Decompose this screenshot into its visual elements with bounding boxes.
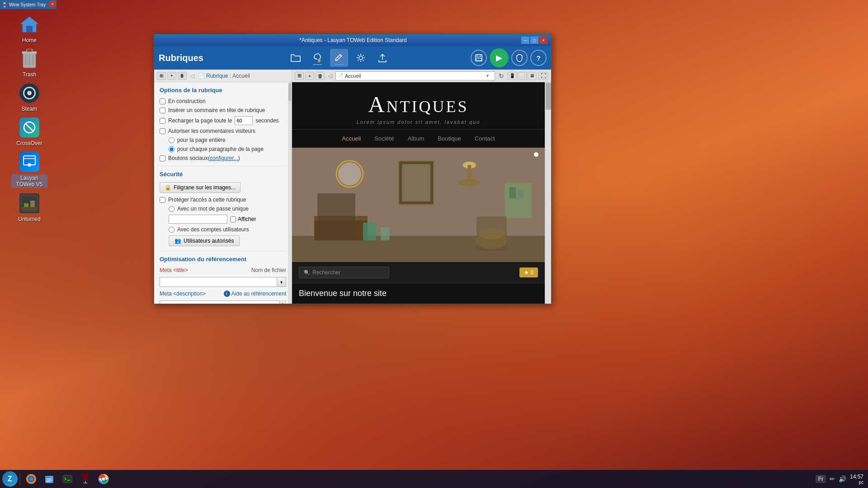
site-nav-societe[interactable]: Société	[374, 135, 394, 142]
nav-delete-icon[interactable]: 🗑	[178, 72, 187, 80]
site-search-box[interactable]: 🔍 Rechercher	[299, 267, 389, 278]
filigrane-button[interactable]: 🔒 Filigrane sur les images...	[160, 182, 241, 193]
preview-new-icon[interactable]: +	[305, 72, 314, 80]
desktop-icon-home[interactable]: Home	[11, 14, 47, 43]
taskbar-files-button[interactable]	[41, 471, 58, 487]
seo-meta-desc-row: Meta <description> i Aide au référenceme…	[160, 291, 286, 297]
steam-icon	[19, 83, 39, 103]
save-button[interactable]	[471, 50, 487, 66]
toweb-icon-img	[19, 151, 40, 173]
svg-point-35	[476, 231, 507, 249]
desktop-icon-toweb[interactable]: Lauyan TOWeb V5	[11, 151, 47, 188]
users-icon: 👥	[175, 238, 181, 244]
commentaires-checkbox[interactable]	[160, 128, 165, 134]
nav-grid-icon[interactable]: ⊞	[157, 72, 166, 80]
comptes-radio[interactable]	[169, 227, 175, 233]
left-scrollbar[interactable]	[288, 82, 292, 304]
svg-point-44	[29, 477, 33, 481]
proteger-checkbox[interactable]	[160, 197, 165, 203]
utilisateurs-button[interactable]: 👥 Utilisateurs autorisés	[169, 235, 240, 246]
unturned-icon-label: Unturned	[18, 216, 40, 222]
desktop-icon-trash[interactable]: Trash	[11, 48, 47, 78]
meta-title-dropdown[interactable]: ▾	[277, 277, 286, 287]
svg-point-19	[359, 56, 363, 60]
toolbar-icon-group	[212, 49, 466, 67]
taskbar-firefox-button[interactable]	[23, 471, 40, 487]
meta-desc-textarea[interactable]	[160, 300, 280, 304]
tablet-view-icon[interactable]: ⬜	[518, 72, 527, 80]
toolbar-folder-btn[interactable]	[287, 49, 305, 67]
sommaire-checkbox[interactable]	[160, 108, 165, 113]
view-icons: 📱 ⬜ 🖥	[508, 72, 537, 80]
site-nav-album[interactable]: Album	[408, 135, 425, 142]
desktop-icon-steam[interactable]: Steam	[11, 82, 47, 112]
close-button[interactable]: ×	[539, 37, 547, 44]
preview-grid-icon[interactable]: ⊞	[295, 72, 304, 80]
refresh-seconds-input[interactable]	[235, 116, 253, 125]
taskbar-terminal-button[interactable]	[59, 471, 76, 487]
meta-title-input[interactable]	[160, 277, 277, 287]
aide-ref-link[interactable]: i Aide au référencement	[224, 291, 286, 297]
configurer-link[interactable]: configurer...	[210, 155, 238, 161]
svg-rect-49	[47, 481, 50, 482]
fullscreen-button[interactable]: ⛶	[538, 72, 548, 80]
phone-view-icon[interactable]: 📱	[508, 72, 517, 80]
option-boutons-sociaux: Boutons sociaux(configurer...)	[160, 155, 286, 161]
volume-icon[interactable]: 🔊	[839, 475, 846, 483]
password-radio[interactable]	[169, 206, 175, 212]
window-titlebar: *Antiques - Lauyan TOWeb Edition Standar…	[154, 34, 551, 46]
trash-icon-label: Trash	[23, 71, 36, 78]
toolbar-edit-btn[interactable]	[330, 49, 348, 67]
preview-nav-bar: ⊞ + 🗑 ◁ 📄 Accueil ▾ ↻ 📱 ⬜ 🖥	[292, 70, 551, 82]
site-nav-accueil[interactable]: Accueil	[342, 135, 361, 142]
wine-tray-close[interactable]: ×	[49, 1, 56, 7]
svg-rect-1	[26, 26, 33, 32]
page-entiere-radio[interactable]	[169, 137, 175, 143]
divider-2	[160, 251, 286, 251]
site-nav-contact[interactable]: Contact	[475, 135, 495, 142]
minimize-button[interactable]: ─	[521, 37, 529, 44]
option-construction: En construction	[160, 98, 286, 104]
desktop-view-icon[interactable]: 🖥	[528, 72, 537, 80]
password-input[interactable]	[169, 215, 227, 224]
play-button[interactable]: ▶	[490, 48, 509, 67]
filigrane-label: Filigrane sur les images...	[174, 184, 236, 191]
site-nav-boutique[interactable]: Boutique	[438, 135, 461, 142]
language-indicator[interactable]: Fr	[816, 475, 826, 483]
home-icon-img	[19, 14, 40, 35]
cart-badge[interactable]: ★ 0	[519, 267, 538, 277]
url-dropdown-icon[interactable]: ▾	[486, 73, 493, 78]
divider-1	[160, 166, 286, 166]
taskbar-chrome-button[interactable]	[95, 471, 112, 487]
search-placeholder: Rechercher	[312, 269, 340, 276]
preview-back-icon[interactable]: ◁	[326, 72, 334, 79]
shield-button[interactable]	[511, 50, 528, 66]
preview-delete-icon[interactable]: 🗑	[316, 72, 325, 80]
toolbar-upload-btn[interactable]	[373, 49, 392, 67]
desktop-icon-crossover[interactable]: CrossOver	[11, 117, 47, 146]
help-button[interactable]: ?	[530, 50, 547, 66]
recharger-checkbox[interactable]	[160, 118, 165, 124]
toolbar-theme-btn[interactable]	[308, 49, 326, 67]
url-bar: 📄 Accueil ▾	[335, 71, 495, 80]
refresh-button[interactable]: ↻	[497, 72, 506, 80]
proteger-label: Protéger l'accès à cette rubrique	[168, 197, 246, 203]
settings-icon	[356, 53, 366, 63]
refresh-suffix: secondes	[255, 117, 278, 124]
desktop-icon-unturned[interactable]: Unturned	[11, 192, 47, 222]
toolbar-settings-btn[interactable]	[352, 49, 370, 67]
boutons-sociaux-checkbox[interactable]	[160, 155, 165, 161]
scroll-up[interactable]: ▲	[281, 301, 285, 304]
taskbar-zorin-button[interactable]: Z	[2, 471, 18, 487]
nav-new-icon[interactable]: +	[167, 72, 176, 80]
construction-checkbox[interactable]	[160, 99, 165, 104]
maximize-button[interactable]: □	[530, 37, 538, 44]
meta-title-input-row: ▾	[160, 277, 286, 287]
taskbar-wine-button[interactable]	[77, 471, 94, 487]
preview-scrollbar[interactable]	[545, 82, 551, 304]
toolbar: Rubriques	[154, 46, 551, 70]
afficher-checkbox[interactable]	[230, 216, 236, 222]
site-header: ANTIQUES Lorem ipsum dolor sit amet, lav…	[292, 82, 545, 130]
paragraphe-radio[interactable]	[169, 146, 175, 152]
files-icon	[44, 474, 55, 484]
